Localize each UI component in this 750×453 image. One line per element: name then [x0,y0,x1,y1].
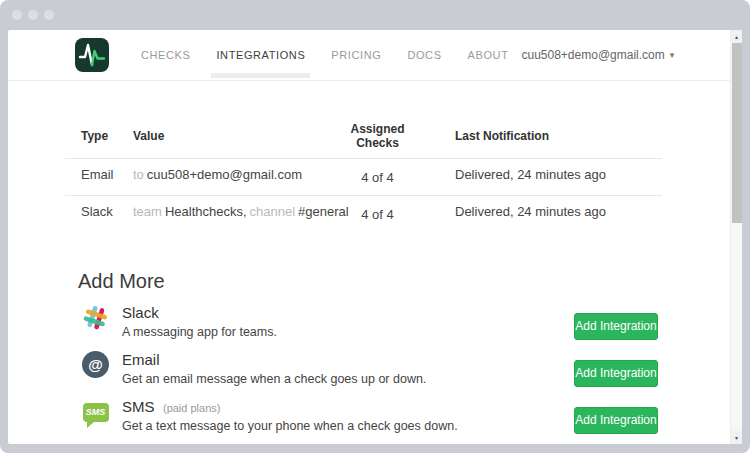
email-at-icon: @ [82,350,109,397]
table-row: Slack teamHealthchecks,channel#general 4… [65,196,662,233]
nav-item-docs[interactable]: DOCS [394,30,454,81]
scroll-up-arrow-icon[interactable]: ▴ [731,30,742,43]
integration-value: teamHealthchecks,channel#general [125,196,320,233]
webhook-icon [82,444,109,445]
table-header-row: Type Value Assigned Checks Last Notifica… [65,114,662,159]
value-prefix: to [133,167,144,182]
main-content: Type Value Assigned Checks Last Notifica… [65,114,662,444]
integration-description: Get an email message when a check goes u… [122,372,574,386]
catalog-item-slack: Slack A messaging app for teams. Add Int… [65,303,662,350]
add-integration-button[interactable]: Add Integration [574,360,658,387]
nav-item-pricing[interactable]: PRICING [318,30,394,81]
col-header-value: Value [125,114,320,159]
catalog-item-text: Webhook [122,444,574,445]
value-text: Healthchecks, [165,204,247,219]
integrations-table: Type Value Assigned Checks Last Notifica… [65,114,662,233]
col-header-last-notification: Last Notification [435,114,662,159]
integration-description: A messaging app for teams. [122,325,574,339]
integration-type: Slack [65,196,125,233]
value-prefix: channel [250,204,296,219]
nav-item-integrations[interactable]: INTEGRATIONS [203,30,318,81]
catalog-item-email: @ Email Get an email message when a chec… [65,350,662,397]
table-row: Email tocuu508+demo@gmail.com 4 of 4 Del… [65,159,662,196]
value-text: cuu508+demo@gmail.com [147,167,302,182]
add-integration-button[interactable]: Add Integration [574,407,658,434]
catalog-item-sms: SMS SMS (paid plans) Get a text message … [65,397,662,444]
healthchecks-logo-icon[interactable] [75,38,109,72]
integration-description: Get a text message to your phone when a … [122,419,574,433]
caret-down-icon: ▾ [670,50,675,60]
value-prefix: team [133,204,162,219]
scrollbar[interactable]: ▴ ▾ [730,30,742,444]
window-dot [28,10,38,20]
integration-type: Email [65,159,125,196]
last-notification: Delivered, 24 minutes ago [435,159,662,196]
value-text: #general [298,204,349,219]
add-integration-button[interactable]: Add Integration [574,313,658,340]
add-more-heading: Add More [78,270,662,293]
sms-bubble-icon: SMS [82,397,109,444]
navbar: CHECKS INTEGRATIONS PRICING DOCS ABOUT c… [8,30,742,81]
integration-value: tocuu508+demo@gmail.com [125,159,320,196]
nav-links: CHECKS INTEGRATIONS PRICING DOCS ABOUT [128,30,521,81]
page: CHECKS INTEGRATIONS PRICING DOCS ABOUT c… [8,30,742,444]
catalog-item-text: SMS (paid plans) Get a text message to y… [122,397,574,444]
window-dot [12,10,22,20]
nav-item-about[interactable]: ABOUT [455,30,522,81]
assigned-checks: 4 of 4 [320,159,435,196]
integration-name: Slack [122,304,159,321]
paid-plans-badge: (paid plans) [163,402,220,414]
integration-name: Email [122,351,160,368]
account-email: cuu508+demo@gmail.com [521,48,664,62]
window-control-dots [12,10,54,20]
catalog-item-text: Slack A messaging app for teams. [122,303,574,350]
window-dot [44,10,54,20]
col-header-assigned-checks: Assigned Checks [320,114,435,159]
catalog-item-text: Email Get an email message when a check … [122,350,574,397]
scroll-down-arrow-icon[interactable]: ▾ [731,431,742,444]
last-notification: Delivered, 24 minutes ago [435,196,662,233]
integration-name: SMS [122,398,155,415]
catalog-item-webhook: Webhook Add Integration [65,444,662,445]
account-menu[interactable]: cuu508+demo@gmail.com ▾ [521,48,674,62]
slack-hash-icon [82,303,109,350]
scrollbar-thumb[interactable] [732,43,742,223]
browser-window-frame: CHECKS INTEGRATIONS PRICING DOCS ABOUT c… [0,0,750,453]
nav-item-checks[interactable]: CHECKS [128,30,203,81]
integration-catalog: Slack A messaging app for teams. Add Int… [65,303,662,445]
col-header-type: Type [65,114,125,159]
